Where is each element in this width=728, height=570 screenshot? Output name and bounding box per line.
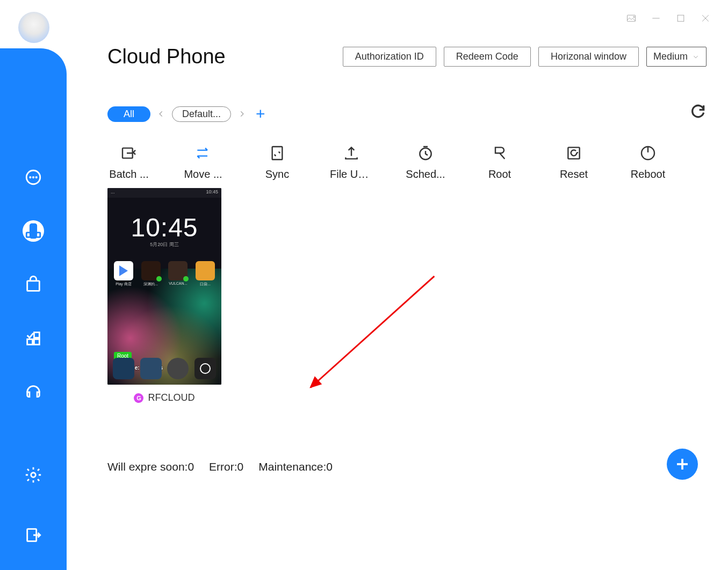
tool-batch[interactable]: Batch ... <box>107 143 150 181</box>
tag-default[interactable]: Default... <box>172 106 231 122</box>
sidebar-item-chat[interactable] <box>0 150 67 204</box>
tool-reset-label: Reset <box>560 168 588 181</box>
dock-item-1 <box>113 358 134 379</box>
redeem-code-button[interactable]: Redeem Code <box>444 47 531 67</box>
close-icon[interactable] <box>700 13 711 26</box>
tool-reboot[interactable]: Reboot <box>626 143 669 181</box>
plus-icon <box>674 456 690 472</box>
svg-rect-15 <box>27 339 33 344</box>
horizontal-window-button[interactable]: Horizonal window <box>538 47 639 67</box>
size-select-value: Medium <box>653 51 688 62</box>
status-maintenance: Maintenance:0 <box>258 460 333 473</box>
refresh-button[interactable] <box>689 103 707 122</box>
add-phone-fab[interactable] <box>667 449 698 480</box>
phone-clock: 10:45 <box>107 213 221 242</box>
phone-app-row: Play 商店 深渊的... VULCAN... 口袋... <box>113 261 216 287</box>
tool-schedule[interactable]: Sched... <box>404 143 447 181</box>
tag-all[interactable]: All <box>107 106 150 122</box>
sidebar-item-store[interactable] <box>0 258 67 312</box>
schedule-icon <box>416 143 435 163</box>
minimize-icon[interactable] <box>651 13 661 26</box>
svg-point-9 <box>36 177 37 177</box>
phone-card: ... 10:45 10:45 5月20日 周三 Play 商店 深渊的... … <box>107 188 221 403</box>
dock-item-2 <box>140 358 162 379</box>
sidebar-item-support[interactable] <box>0 365 67 419</box>
sidebar-item-cloud-phone[interactable] <box>0 204 67 258</box>
phone-icon <box>23 220 44 242</box>
add-tag-button[interactable]: + <box>256 106 265 122</box>
tag-prev[interactable] <box>156 109 167 119</box>
phone-app-play: Play 商店 <box>113 261 134 287</box>
tool-file-upload-label: File Up... <box>330 168 373 181</box>
dock-item-settings <box>194 358 216 379</box>
phone-app-odin: 深渊的... <box>140 261 162 287</box>
authorization-id-button[interactable]: Authorization ID <box>343 47 436 67</box>
tool-move[interactable]: Move ... <box>182 143 225 181</box>
main-content: Cloud Phone Authorization ID Redeem Code… <box>107 45 707 403</box>
sidebar-item-tasks[interactable] <box>0 312 67 365</box>
sync-icon <box>268 143 287 163</box>
svg-rect-21 <box>272 147 283 160</box>
maximize-icon[interactable] <box>675 13 686 26</box>
phone-statusbar: ... 10:45 <box>107 188 221 198</box>
root-icon <box>490 143 509 163</box>
page-title: Cloud Phone <box>107 45 335 68</box>
tool-reboot-label: Reboot <box>631 168 666 181</box>
phone-status-left: ... <box>111 189 115 197</box>
status-row: Will expre soon:0 Error:0 Maintenance:0 <box>107 460 333 473</box>
g-badge-icon: G <box>134 393 143 403</box>
tool-move-label: Move ... <box>184 168 222 181</box>
svg-rect-3 <box>677 15 684 21</box>
status-expire: Will expre soon:0 <box>107 460 194 473</box>
upload-icon <box>342 143 361 163</box>
screenshot-icon[interactable] <box>626 13 637 26</box>
tool-schedule-label: Sched... <box>406 168 445 181</box>
sidebar-item-settings[interactable] <box>0 466 67 484</box>
move-icon <box>193 143 213 163</box>
phone-dock <box>113 358 216 379</box>
tool-batch-label: Batch ... <box>109 168 148 181</box>
svg-point-16 <box>31 473 36 478</box>
tags-row: All Default... + <box>107 106 707 122</box>
dock-item-chrome <box>167 358 189 379</box>
tool-root-label: Root <box>488 168 511 181</box>
svg-rect-12 <box>27 281 40 291</box>
phone-app-game: 口袋... <box>194 261 216 287</box>
tool-sync-label: Sync <box>265 168 289 181</box>
svg-point-7 <box>30 177 31 177</box>
svg-point-1 <box>633 16 635 18</box>
phone-date: 5月20日 周三 <box>107 241 221 248</box>
avatar[interactable] <box>18 12 49 43</box>
phone-screen[interactable]: ... 10:45 10:45 5月20日 周三 Play 商店 深渊的... … <box>107 188 221 385</box>
header-row: Cloud Phone Authorization ID Redeem Code… <box>107 45 707 68</box>
toolbar: Batch ... Move ... Sync File Up... Sched… <box>107 143 707 181</box>
reboot-icon <box>638 143 658 163</box>
phone-app-vulcan: VULCAN... <box>167 261 189 287</box>
phone-card-label: G RFCLOUD <box>107 392 221 403</box>
size-select[interactable]: Medium <box>646 47 707 67</box>
svg-rect-14 <box>34 339 39 344</box>
svg-point-8 <box>33 177 33 177</box>
sidebar <box>0 48 67 570</box>
chevron-down-icon <box>692 53 700 61</box>
reset-icon <box>564 143 583 163</box>
tool-sync[interactable]: Sync <box>256 143 299 181</box>
window-controls <box>626 13 711 26</box>
tag-next[interactable] <box>236 109 247 119</box>
tool-root[interactable]: Root <box>478 143 521 181</box>
phone-status-right: 10:45 <box>206 189 218 197</box>
svg-rect-13 <box>34 333 39 338</box>
status-error: Error:0 <box>209 460 243 473</box>
batch-icon <box>119 143 139 163</box>
tool-file-upload[interactable]: File Up... <box>330 143 373 181</box>
phone-name: RFCLOUD <box>148 392 194 403</box>
tool-reset[interactable]: Reset <box>552 143 595 181</box>
sidebar-item-exit[interactable] <box>0 526 67 544</box>
svg-rect-10 <box>30 224 36 238</box>
